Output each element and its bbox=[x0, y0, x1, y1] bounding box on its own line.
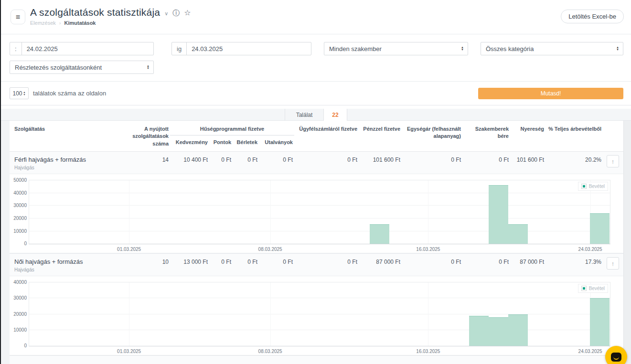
revenue-chart: 01000020000300004000001.03.202508.03.202… bbox=[10, 276, 624, 355]
staff-select[interactable]: Minden szakember ▲▼ bbox=[324, 42, 468, 55]
select-arrows-icon: ▲▼ bbox=[147, 65, 150, 70]
revenue-bar[interactable] bbox=[508, 224, 528, 244]
cell-profit: 101 600 Ft bbox=[510, 156, 545, 163]
x-axis-tick-label: 16.03.2025 bbox=[416, 349, 440, 354]
chat-launcher-button[interactable] bbox=[605, 346, 627, 364]
row-actions: ↑ bbox=[603, 156, 624, 167]
revenue-bar[interactable] bbox=[590, 298, 610, 346]
gridline bbox=[29, 205, 610, 206]
collapse-chart-button[interactable]: ↑ bbox=[607, 257, 619, 270]
hamburger-icon: ≡ bbox=[16, 13, 20, 21]
table-row: Női hajvágás + formázásHajvágás1013 000 … bbox=[10, 253, 624, 276]
date-to-prefix: ig bbox=[172, 42, 187, 55]
page-size-label: találatok száma az oldalon bbox=[33, 90, 106, 97]
col-staff-wage[interactable]: Szakemberek bére bbox=[462, 125, 510, 140]
col-pct-total[interactable]: % Teljes árbevételből bbox=[545, 125, 603, 133]
revenue-bar[interactable] bbox=[469, 316, 489, 346]
cell-cash: 87 000 Ft bbox=[359, 258, 402, 265]
show-button[interactable]: Mutasd! bbox=[478, 88, 623, 99]
detail-select[interactable]: Részletezés szolgáltatásonként ▲▼ bbox=[10, 61, 154, 74]
legend-swatch-icon bbox=[581, 286, 587, 291]
row-actions: ↑ bbox=[603, 258, 624, 270]
cell-staff-wage: 0 Ft bbox=[462, 156, 510, 163]
filter-panel: : 24.02.2025 ig 24.03.2025 Minden szakem… bbox=[1, 34, 631, 82]
download-excel-button[interactable]: Letöltés Excel-be bbox=[561, 10, 624, 23]
chevron-down-icon[interactable]: ∨ bbox=[164, 10, 168, 17]
results-bar: 100 ▲▼ találatok száma az oldalon Mutasd… bbox=[1, 82, 631, 105]
col-count[interactable]: A nyújtott szolgáltatások száma bbox=[126, 125, 170, 147]
gridline bbox=[270, 180, 271, 244]
info-icon[interactable]: ⓘ bbox=[172, 9, 180, 18]
breadcrumb-analyses[interactable]: Elemzések bbox=[30, 20, 56, 26]
col-loyalty-group: Hűségprogrammal fizetve bbox=[170, 125, 294, 135]
chat-bubble-icon bbox=[611, 353, 621, 362]
y-axis-tick-label: 40000 bbox=[10, 280, 27, 285]
revenue-bar[interactable] bbox=[508, 314, 528, 346]
col-unit-price[interactable]: Egységár (felhasznált alapanyag) bbox=[402, 125, 462, 140]
scrollbar-track[interactable] bbox=[623, 121, 631, 364]
date-to-value: 24.03.2025 bbox=[187, 45, 227, 52]
cell-points: 0 Ft bbox=[209, 258, 233, 265]
col-cash[interactable]: Pénzzel fizetve bbox=[359, 125, 402, 133]
favorite-star-icon[interactable]: ☆ bbox=[184, 8, 191, 17]
revenue-bar[interactable] bbox=[489, 185, 508, 244]
cell-client-account: 0 Ft bbox=[294, 156, 359, 163]
tab-results-label[interactable]: Találat bbox=[285, 109, 323, 121]
legend-label: Bevétel bbox=[589, 184, 605, 189]
page-header: ≡ A szolgáltatások statisztikája ∨ ⓘ ☆ E… bbox=[1, 0, 631, 34]
col-profit[interactable]: Nyereség bbox=[510, 125, 545, 133]
y-axis-tick-label: 20000 bbox=[10, 216, 27, 221]
cell-discount: 13 000 Ft bbox=[170, 258, 209, 265]
cell-count: 10 bbox=[126, 258, 170, 265]
revenue-bar[interactable] bbox=[370, 224, 389, 244]
table-row: Férfi hajvágás + formázásHajvágás1410 40… bbox=[10, 152, 624, 174]
col-client-account[interactable]: Ügyfélszámláról fizetve bbox=[294, 125, 359, 133]
service-cell: Férfi hajvágás + formázásHajvágás bbox=[10, 156, 126, 170]
cell-unit-price: 0 Ft bbox=[402, 258, 462, 265]
gridline bbox=[29, 218, 610, 218]
page-size-select[interactable]: 100 ▲▼ bbox=[10, 87, 29, 99]
gridline bbox=[428, 180, 428, 244]
select-arrows-icon: ▲▼ bbox=[23, 91, 26, 96]
col-service[interactable]: Szolgáltatás bbox=[10, 125, 126, 133]
x-axis-tick-label: 16.03.2025 bbox=[416, 247, 440, 252]
gridline bbox=[29, 193, 610, 193]
table-header: Szolgáltatás A nyújtott szolgáltatások s… bbox=[10, 121, 624, 152]
category-select[interactable]: Összes kategória ▲▼ bbox=[481, 42, 623, 55]
cell-vouchers: 0 Ft bbox=[259, 156, 294, 163]
cell-discount: 10 400 Ft bbox=[170, 156, 209, 163]
y-axis-tick-label: 10000 bbox=[10, 327, 27, 333]
y-axis-tick-label: 40000 bbox=[10, 190, 27, 196]
revenue-bar[interactable] bbox=[590, 213, 610, 244]
x-axis-tick-label: 24.03.2025 bbox=[578, 349, 602, 354]
service-name[interactable]: Női hajvágás + formázás bbox=[10, 258, 126, 265]
staff-select-value: Minden szakember bbox=[329, 45, 382, 52]
chart-legend: Bevétel bbox=[578, 182, 608, 191]
date-to-field[interactable]: ig 24.03.2025 bbox=[171, 42, 311, 55]
select-arrows-icon: ▲▼ bbox=[461, 46, 464, 51]
date-from-field[interactable]: : 24.02.2025 bbox=[10, 42, 154, 55]
cell-cash: 101 600 Ft bbox=[359, 156, 402, 163]
col-points[interactable]: Pontok bbox=[209, 139, 233, 146]
service-name[interactable]: Férfi hajvágás + formázás bbox=[10, 156, 126, 163]
y-axis-tick-label: 50000 bbox=[10, 177, 27, 183]
date-from-prefix: : bbox=[10, 42, 22, 55]
col-discount[interactable]: Kedvezmény bbox=[170, 139, 209, 146]
category-select-value: Összes kategória bbox=[486, 45, 534, 52]
gridline bbox=[129, 180, 129, 244]
cell-passes: 0 Ft bbox=[233, 156, 259, 163]
collapse-chart-button[interactable]: ↑ bbox=[607, 155, 619, 167]
statistics-table-card: Szolgáltatás A nyújtott szolgáltatások s… bbox=[10, 121, 624, 364]
col-vouchers[interactable]: Utalványok bbox=[259, 139, 294, 146]
hamburger-menu-button[interactable]: ≡ bbox=[11, 10, 25, 24]
x-axis-tick-label: 01.03.2025 bbox=[117, 247, 141, 252]
revenue-bar[interactable] bbox=[489, 317, 508, 346]
x-axis-tick-label: 08.03.2025 bbox=[258, 349, 282, 354]
gridline bbox=[129, 282, 129, 346]
date-from-value: 24.02.2025 bbox=[22, 45, 63, 52]
col-passes[interactable]: Bérletek bbox=[233, 139, 259, 146]
tab-results-count[interactable]: 22 bbox=[323, 109, 347, 121]
cell-vouchers: 0 Ft bbox=[259, 258, 294, 265]
legend-label: Bevétel bbox=[589, 286, 605, 291]
gridline bbox=[428, 282, 428, 346]
